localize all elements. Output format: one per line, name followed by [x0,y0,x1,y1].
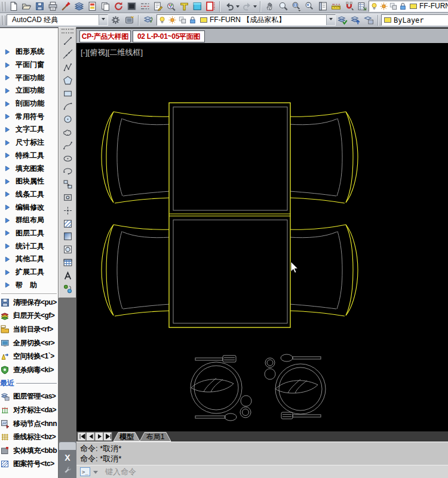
undo-dropdown-icon[interactable] [236,5,240,10]
dual-circles-tool[interactable] [60,282,75,295]
sidebar-item[interactable]: 群组布局 [0,214,58,227]
ellipse-tool[interactable] [60,152,75,165]
spline-tool[interactable] [60,139,75,152]
file-tab-1[interactable]: CP-产品大样图 [79,30,131,42]
layerstate-arrow-icon[interactable] [349,14,362,26]
viewport-icon[interactable] [125,1,138,13]
save-icon[interactable] [33,1,46,13]
sidebar-item[interactable]: 图块属性 [0,175,58,188]
sidebar-item[interactable]: 扩展工具 [0,266,58,279]
gradient-tool[interactable] [60,230,75,243]
layer-combo[interactable]: FF-FURN 【成品家私】 [157,14,336,26]
sidebar-tool-item[interactable]: 查杀病毒<ki> [0,363,58,377]
sidebar-item[interactable]: 线条工具 [0,188,58,201]
sidebar-item[interactable]: 尺寸标注 [0,136,58,149]
layer-translate-icon[interactable] [142,14,155,26]
table-tool[interactable] [60,256,75,269]
sidebar-item[interactable]: 特殊工具 [0,149,58,163]
rectangle-tool[interactable] [60,87,75,100]
open-folder-icon[interactable] [20,1,33,13]
sidebar-tool-item[interactable]: 对齐标注<da> [0,403,58,417]
redo-dropdown-icon[interactable] [253,5,257,10]
insert-block-tool[interactable] [60,178,75,191]
layer-combo-row1[interactable]: FF-FURN 【成品家私】 [369,1,448,12]
arc-tool[interactable] [60,100,75,113]
command-input[interactable]: >_ 键入命令 [76,465,448,478]
region-tool[interactable] [60,243,75,256]
viewport-controls-label[interactable]: [-][俯视][二维线框] [81,47,143,58]
zoom-icon[interactable] [277,1,290,13]
sidebar-item[interactable]: 统计工具 [0,240,58,253]
lock-icon[interactable] [188,14,198,26]
sidebar-tool-item[interactable]: 移动节点<hnn [0,417,58,431]
magnet-icon[interactable] [342,1,355,13]
zoom-window-icon[interactable] [290,1,303,13]
workspace-dropdown[interactable] [99,15,108,25]
undo-mark-icon[interactable] [112,1,125,13]
sidebar-item[interactable]: 平面门窗 [0,59,58,72]
render-palette-icon[interactable] [164,1,177,13]
sidebar-item[interactable]: 填充图案 [0,162,58,175]
circle-tool[interactable] [60,113,75,126]
sidebar-item[interactable]: 平面功能 [0,71,58,84]
layers-stack-icon[interactable] [72,1,85,13]
line-tool[interactable] [60,35,75,48]
command-window-grip[interactable] [59,442,76,450]
sheet-set-icon[interactable] [85,1,99,13]
sidebar-item[interactable]: 其他工具 [0,253,58,266]
command-dropdown-icon[interactable] [93,471,98,476]
toolbar-grip[interactable] [1,16,5,25]
sidebar-tool-item[interactable]: 图层管理<as> [0,390,58,404]
sidebar-item[interactable]: 编辑修改 [0,201,58,214]
sidebar-tool-item[interactable]: 实体填充<bbb [0,444,58,458]
sidebar-item[interactable]: 图层工具 [0,227,58,240]
sidebar-tool-item[interactable]: 全屏切换<sr> [0,336,58,350]
workspace-combo[interactable]: AutoCAD 经典 [7,14,108,26]
workspace-settings-icon[interactable] [122,14,136,26]
sidebar-tool-item[interactable]: 归层开关<gf> [0,310,58,323]
redo-arrow-icon[interactable] [240,1,253,13]
edit-text-icon[interactable] [151,1,164,13]
sidebar-tool-item[interactable]: 图案符号<tc> [0,458,58,471]
pan-hand-icon[interactable] [263,1,277,13]
new-file-icon[interactable] [7,1,20,13]
make-block-tool[interactable] [60,191,75,204]
mtext-tool[interactable] [60,269,75,282]
match-properties-icon[interactable] [59,1,72,13]
sun-icon[interactable] [379,1,388,12]
xline-tool[interactable] [60,48,75,61]
sidebar-item[interactable]: 常用符号 [0,110,58,123]
text-style-icon[interactable] [177,1,191,13]
copy-pages-icon[interactable] [99,1,112,13]
layerstate-check-icon[interactable] [336,14,349,26]
frames-icon[interactable] [177,14,188,26]
revcloud-tool[interactable] [60,126,75,139]
sidebar-item[interactable]: 立面功能 [0,84,58,97]
polyline-tool[interactable] [60,61,75,74]
drawing-canvas[interactable]: [-][俯视][二维线框] [76,43,448,431]
sidebar-item[interactable]: 剖面功能 [0,97,58,111]
sidebar-tool-item[interactable]: 当前目录<rf> [0,323,58,336]
print-icon[interactable] [46,1,59,13]
ellipse-arc-tool[interactable] [60,165,75,178]
wrench-icon[interactable] [59,465,76,474]
plot-frame-icon[interactable] [204,1,217,13]
sidebar-tool-item[interactable]: 垂线标注<bz> [0,430,58,444]
lock-icon[interactable] [398,1,407,12]
bulb-on-icon[interactable] [369,1,379,12]
sun-icon[interactable] [167,14,177,26]
toolbar-grip[interactable] [62,29,73,33]
bulb-on-icon[interactable] [157,14,167,26]
layer-combo-dropdown[interactable] [326,15,335,25]
sidebar-item[interactable]: 图形系统 [0,45,58,59]
command-close-button[interactable]: X [59,450,76,463]
linetype-icon[interactable] [138,1,151,13]
layerstate-grid-icon[interactable] [362,14,375,26]
sidebar-tool-item[interactable]: 清理保存<pu> [0,296,58,310]
properties-palette-icon[interactable] [316,1,329,13]
quickcalc-icon[interactable] [329,1,342,13]
paint-square-icon[interactable] [191,1,204,13]
polygon-tool[interactable] [60,73,75,87]
bylayer-combo[interactable]: ByLayer [381,14,448,26]
file-tab-2[interactable]: 02 L-P-01~05平面图 [133,30,205,42]
